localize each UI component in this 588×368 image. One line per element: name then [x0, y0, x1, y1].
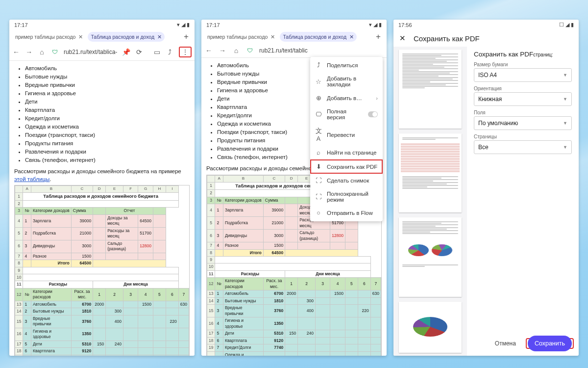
menu-save-as-pdf[interactable]: ⬇Сохранить как PDF [310, 159, 383, 174]
tab-background[interactable]: пример таблицы расходо✕ [12, 32, 86, 42]
menu-desktop-site[interactable]: 🖵Полная версия [310, 105, 383, 124]
phone-save-pdf: 17:56 ☐◢▮ ✕ Сохранить как PDF [393, 20, 579, 356]
back-icon[interactable]: ← [204, 47, 213, 54]
tab-background[interactable]: пример таблицы расходо✕ [204, 32, 278, 42]
field-margins: Поля По умолчанию▼ [474, 110, 572, 130]
menu-add-to[interactable]: ⊕Добавить в…› [310, 91, 383, 105]
list-item: Квартплата [25, 106, 190, 114]
table-link[interactable]: этой таблицы [14, 176, 49, 182]
search-icon: ⌕ [315, 149, 322, 156]
phone-browser-page: 17:17 ▾◢▮ пример таблицы расходо✕ Таблиц… [9, 20, 195, 356]
translate-icon: 文A [315, 127, 322, 142]
menu-flow[interactable]: ○Отправить в Flow [310, 206, 383, 220]
close-icon[interactable]: ✕ [270, 34, 275, 40]
phone-browser-menu: 17:17 ▾◢▮ пример таблицы расходо✕ Таблиц… [201, 20, 387, 356]
close-icon[interactable]: ✕ [399, 34, 406, 43]
list-item: Автомобиль [25, 65, 190, 73]
share-icon: ⤴ [315, 62, 322, 69]
paragraph: Рассмотрим расходы и доходы семейного бю… [14, 168, 190, 183]
menu-find[interactable]: ⌕Найти на странице [310, 146, 383, 159]
menu-share[interactable]: ⤴Поделиться [310, 58, 383, 72]
share-icon[interactable]: ⤴ [166, 48, 174, 56]
paper-size-select[interactable]: ISO A4▼ [474, 68, 572, 82]
monitor-icon: 🖵 [315, 111, 322, 118]
chevron-right-icon: › [376, 95, 378, 101]
status-bar: 17:17 ▾◢▮ [9, 20, 195, 30]
home-icon[interactable]: ⌂ [232, 47, 241, 54]
list-item: Дети [25, 98, 190, 106]
browser-menu: ⤴Поделиться ☆Добавить в закладки ⊕Добави… [310, 57, 383, 221]
close-icon[interactable]: ✕ [78, 34, 83, 40]
new-tab-button[interactable]: + [181, 32, 192, 42]
tab-active[interactable]: Таблица расходов и доход✕ [88, 32, 165, 42]
page-content: Автомобиль Бытовые нужды Вредные привычк… [9, 61, 195, 356]
pdf-thumbnail[interactable] [399, 302, 462, 353]
back-icon[interactable]: ← [12, 48, 20, 56]
tabs-icon[interactable]: ▭ [153, 48, 161, 56]
menu-fullscreen[interactable]: ⛶Полноэкранный режим [310, 187, 383, 206]
fullscreen-icon: ⛶ [315, 193, 322, 200]
url-text[interactable]: rub21.ru/text/tablic [259, 47, 308, 54]
forward-icon[interactable]: → [25, 48, 33, 56]
status-time: 17:17 [14, 22, 28, 28]
tab-active[interactable]: Таблица расходов и доход✕ [280, 32, 357, 42]
status-icons: ▾◢▮ [368, 22, 382, 28]
save-button[interactable]: Сохранить [528, 336, 572, 351]
pdf-actions: Отмена Сохранить [490, 336, 574, 351]
url-toolbar: ← → ⌂ 🛡 rub21.ru/text/tablic [201, 44, 387, 58]
new-tab-button[interactable]: + [373, 32, 384, 42]
list-item: Вредные привычки [25, 81, 190, 89]
menu-translate[interactable]: 文AПеревести [310, 124, 383, 146]
bookmark-icon: ☆ [315, 78, 322, 85]
chevron-down-icon: ▼ [563, 73, 567, 78]
download-icon: ⬇ [315, 163, 322, 170]
settings-title: Сохранить как PDFстраниц: [474, 51, 572, 58]
field-label: Страницы [474, 134, 572, 139]
list-item: Продукты питания [25, 140, 190, 148]
status-icons: ☐◢▮ [558, 22, 574, 28]
flow-icon: ○ [315, 210, 322, 216]
orientation-select[interactable]: Книжная▼ [474, 92, 572, 106]
home-icon[interactable]: ⌂ [38, 48, 46, 56]
category-list: Автомобиль Бытовые нужды Вредные привычк… [25, 65, 190, 164]
list-item: Развлечения и подарки [25, 148, 190, 156]
save-button-highlight: Сохранить [526, 338, 574, 349]
plus-circle-icon: ⊕ [315, 94, 322, 102]
list-item: Гигиена и здоровье [25, 90, 190, 98]
shield-icon[interactable]: 🛡 [245, 47, 254, 54]
list-item: Связь (телефон, интернет) [25, 157, 190, 164]
pdf-thumbnail[interactable] [399, 133, 462, 212]
pin-icon[interactable]: 📌 [122, 48, 130, 56]
close-icon[interactable]: ✕ [349, 34, 354, 40]
reload-icon[interactable]: ⟳ [135, 48, 143, 56]
dots-icon: ⋮ [182, 48, 189, 56]
menu-bookmark[interactable]: ☆Добавить в закладки [310, 72, 383, 91]
menu-snapshot[interactable]: ⛶Сделать снимок [310, 174, 383, 187]
list-item: Одежда и косметика [25, 123, 190, 131]
shield-icon[interactable]: 🛡 [51, 49, 59, 55]
kebab-menu-button[interactable]: ⋮ [179, 47, 192, 57]
chevron-down-icon: ▼ [563, 145, 567, 150]
pdf-thumbnail[interactable] [399, 50, 462, 129]
toggle[interactable] [368, 111, 378, 117]
field-paper-size: Размер бумаги ISO A4▼ [474, 62, 572, 82]
forward-icon[interactable]: → [218, 47, 227, 54]
url-text[interactable]: rub21.ru/text/tablica- [64, 49, 117, 55]
pages-select[interactable]: Все▼ [474, 140, 572, 154]
close-icon[interactable]: ✕ [157, 34, 162, 40]
status-time: 17:56 [398, 22, 412, 28]
pdf-thumbnail[interactable] [399, 217, 462, 296]
field-label: Поля [474, 110, 572, 115]
status-bar: 17:17 ▾◢▮ [201, 20, 387, 30]
field-orientation: Ориентация Книжная▼ [474, 86, 572, 106]
pdf-title: Сохранить как PDF [414, 34, 480, 43]
field-label: Ориентация [474, 86, 572, 91]
crop-icon: ⛶ [315, 177, 322, 184]
margins-select[interactable]: По умолчанию▼ [474, 116, 572, 130]
pdf-thumbnails[interactable] [393, 47, 467, 356]
cancel-button[interactable]: Отмена [490, 336, 521, 351]
pdf-settings: Сохранить как PDFстраниц: Размер бумаги … [467, 47, 579, 356]
status-time: 17:17 [206, 22, 220, 28]
pdf-header: ✕ Сохранить как PDF [393, 30, 579, 47]
list-item: Поездки (транспорт, такси) [25, 131, 190, 139]
